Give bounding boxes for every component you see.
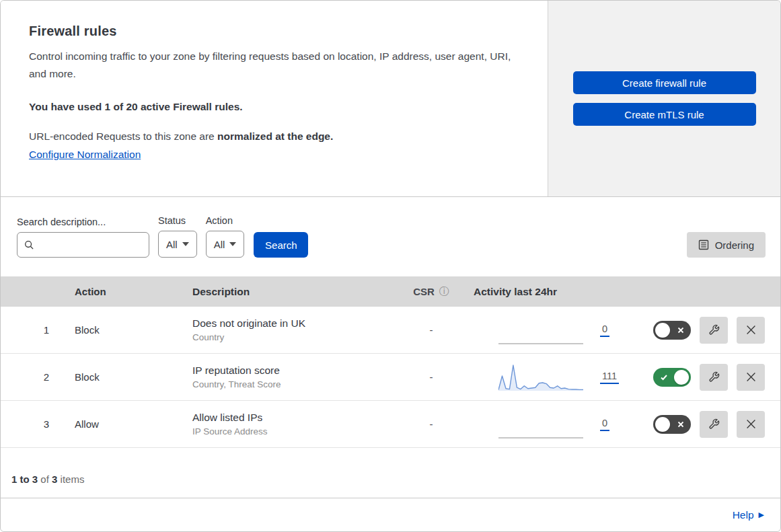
rule-title: Does not originate in UK bbox=[192, 317, 394, 330]
wrench-icon bbox=[708, 371, 720, 383]
rule-csr-value: - bbox=[394, 371, 468, 383]
edit-rule-button[interactable] bbox=[700, 317, 728, 344]
rule-title: IP reputation score bbox=[192, 365, 394, 377]
activity-sparkline bbox=[498, 315, 583, 345]
pagination-of: of bbox=[40, 473, 49, 485]
rule-action: Block bbox=[61, 371, 179, 383]
delete-rule-button[interactable] bbox=[737, 411, 765, 438]
column-description-header: Description bbox=[179, 286, 394, 298]
search-icon bbox=[24, 240, 34, 250]
action-dropdown-value: All bbox=[214, 239, 225, 250]
rule-description: Allow listed IPs IP Source Address bbox=[179, 412, 394, 436]
delete-rule-button[interactable] bbox=[737, 364, 765, 391]
pagination-items: items bbox=[61, 473, 85, 485]
wrench-icon bbox=[708, 418, 720, 430]
rule-title: Allow listed IPs bbox=[192, 412, 394, 424]
wrench-icon bbox=[708, 324, 720, 336]
activity-sparkline bbox=[498, 362, 583, 392]
rule-priority: 3 bbox=[1, 418, 61, 430]
normalization-bold: normalized at the edge. bbox=[217, 130, 333, 142]
column-action-header: Action bbox=[61, 286, 179, 297]
action-filter-group: Action All bbox=[206, 215, 245, 258]
column-activity-header: Activity last 24hr bbox=[468, 286, 640, 298]
rule-activity-cell: 0 bbox=[468, 315, 640, 345]
chevron-down-icon bbox=[229, 242, 236, 246]
x-icon bbox=[677, 327, 684, 334]
table-row: 2 Block IP reputation score Country, Thr… bbox=[1, 354, 780, 401]
status-dropdown[interactable]: All bbox=[158, 231, 197, 258]
rule-action: Allow bbox=[61, 418, 179, 430]
rule-controls bbox=[640, 411, 780, 438]
activity-count-link[interactable]: 0 bbox=[600, 324, 609, 337]
help-link-label: Help bbox=[733, 509, 754, 521]
rule-csr-value: - bbox=[394, 324, 468, 336]
usage-summary: You have used 1 of 20 active Firewall ru… bbox=[29, 101, 521, 113]
pagination-status: 1 to 3 of 3 items bbox=[1, 448, 780, 498]
action-label: Action bbox=[206, 215, 245, 226]
rule-criteria: IP Source Address bbox=[192, 426, 394, 436]
ordering-list-icon bbox=[698, 239, 709, 250]
csr-header-label: CSR bbox=[413, 286, 435, 297]
close-icon bbox=[746, 325, 756, 335]
page-title: Firewall rules bbox=[29, 24, 521, 39]
activity-count-link[interactable]: 0 bbox=[600, 418, 609, 431]
rule-priority: 2 bbox=[1, 371, 61, 383]
filter-bar: Search description... Status All Action bbox=[1, 197, 780, 276]
rule-description: IP reputation score Country, Threat Scor… bbox=[179, 365, 394, 389]
activity-count-link[interactable]: 111 bbox=[600, 371, 619, 384]
rule-enabled-toggle[interactable] bbox=[653, 415, 691, 434]
column-csr-header: CSR ⓘ bbox=[394, 285, 468, 298]
rule-criteria: Country, Threat Score bbox=[192, 379, 394, 389]
rule-criteria: Country bbox=[192, 332, 394, 342]
rule-action: Block bbox=[61, 324, 179, 336]
toggle-knob bbox=[674, 370, 689, 385]
header-section: Firewall rules Control incoming traffic … bbox=[1, 1, 780, 197]
rule-enabled-toggle[interactable] bbox=[653, 321, 691, 340]
close-icon bbox=[746, 419, 756, 429]
normalization-text: URL-encoded Requests to this zone are bbox=[29, 130, 215, 142]
edit-rule-button[interactable] bbox=[700, 364, 728, 391]
rule-controls bbox=[640, 317, 780, 344]
ordering-button-label: Ordering bbox=[715, 239, 754, 251]
status-filter-group: Status All bbox=[158, 215, 197, 258]
edit-rule-button[interactable] bbox=[700, 411, 728, 438]
page-description: Control incoming traffic to your zone by… bbox=[29, 48, 521, 83]
create-firewall-rule-button[interactable]: Create firewall rule bbox=[573, 71, 756, 94]
rule-priority: 1 bbox=[1, 324, 61, 336]
info-icon[interactable]: ⓘ bbox=[439, 285, 449, 298]
pagination-range: 1 to 3 bbox=[11, 473, 38, 485]
create-mtls-rule-button[interactable]: Create mTLS rule bbox=[573, 103, 756, 126]
info-card: Firewall rules Control incoming traffic … bbox=[1, 1, 548, 196]
search-button[interactable]: Search bbox=[254, 232, 308, 258]
search-group: Search description... bbox=[17, 217, 149, 258]
search-input-box bbox=[17, 232, 149, 258]
chevron-down-icon bbox=[182, 242, 189, 246]
rule-enabled-toggle[interactable] bbox=[653, 368, 691, 387]
search-input[interactable] bbox=[38, 239, 149, 250]
status-dropdown-value: All bbox=[166, 239, 178, 250]
actions-panel: Create firewall rule Create mTLS rule bbox=[548, 1, 780, 196]
rule-csr-value: - bbox=[394, 418, 468, 430]
rule-activity-cell: 0 bbox=[468, 409, 640, 439]
rule-description: Does not originate in UK Country bbox=[179, 317, 394, 342]
arrow-right-icon: ▶ bbox=[759, 510, 764, 519]
ordering-button[interactable]: Ordering bbox=[687, 232, 766, 258]
table-header: Action Description CSR ⓘ Activity last 2… bbox=[1, 276, 780, 307]
check-icon bbox=[660, 373, 668, 381]
help-link[interactable]: Help ▶ bbox=[733, 509, 764, 521]
action-dropdown[interactable]: All bbox=[206, 231, 245, 258]
normalization-note: URL-encoded Requests to this zone are no… bbox=[29, 130, 521, 143]
table-row: 1 Block Does not originate in UK Country… bbox=[1, 307, 780, 354]
delete-rule-button[interactable] bbox=[737, 317, 765, 344]
activity-sparkline bbox=[498, 409, 583, 439]
pagination-total: 3 bbox=[52, 473, 57, 485]
toggle-knob bbox=[655, 323, 670, 338]
table-row: 3 Allow Allow listed IPs IP Source Addre… bbox=[1, 401, 780, 448]
toggle-knob bbox=[655, 417, 670, 432]
x-icon bbox=[677, 421, 684, 428]
status-label: Status bbox=[158, 215, 197, 226]
close-icon bbox=[746, 372, 756, 382]
firewall-rules-widget: Firewall rules Control incoming traffic … bbox=[0, 0, 781, 532]
configure-normalization-link[interactable]: Configure Normalization bbox=[29, 149, 141, 161]
rule-controls bbox=[640, 364, 780, 391]
